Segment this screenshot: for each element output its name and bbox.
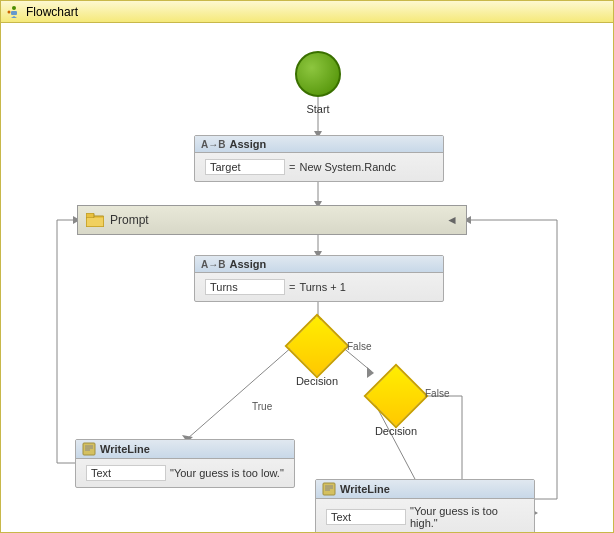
- writeline1-icon: [82, 442, 96, 456]
- assign1-target: Target: [205, 159, 285, 175]
- flow-container: Start A→B Assign Target = New System.Ran…: [17, 23, 597, 532]
- window-title: Flowchart: [26, 5, 78, 19]
- assign2-target: Turns: [205, 279, 285, 295]
- assign2-body: Turns = Turns + 1: [195, 273, 443, 301]
- flowchart-icon: [7, 5, 21, 19]
- svg-rect-1: [11, 11, 17, 15]
- canvas: Start A→B Assign Target = New System.Ran…: [1, 23, 613, 532]
- assign2-row: Turns = Turns + 1: [201, 277, 437, 297]
- assign1-row: Target = New System.Randc: [201, 157, 437, 177]
- start-node[interactable]: [295, 51, 341, 97]
- writeline2-value: "Your guess is too high.": [410, 505, 524, 529]
- assign1-eq: =: [289, 161, 295, 173]
- prompt-box[interactable]: Prompt ◄: [77, 205, 467, 235]
- assign1-body: Target = New System.Randc: [195, 153, 443, 181]
- svg-point-0: [12, 6, 16, 10]
- assign1-box[interactable]: A→B Assign Target = New System.Randc: [194, 135, 444, 182]
- writeline1-body: Text "Your guess is too low.": [76, 459, 294, 487]
- writeline2-box[interactable]: WriteLine Text "Your guess is too high.": [315, 479, 535, 532]
- prompt-icon: [86, 213, 104, 227]
- assign1-title: Assign: [229, 138, 266, 150]
- writeline2-field: Text: [326, 509, 406, 525]
- svg-rect-37: [323, 483, 335, 495]
- writeline1-row: Text "Your guess is too low.": [82, 463, 288, 483]
- assign1-icon: A→B: [201, 139, 225, 150]
- svg-rect-32: [87, 218, 103, 226]
- assign2-eq: =: [289, 281, 295, 293]
- writeline2-header: WriteLine: [316, 480, 534, 499]
- assign1-value: New System.Randc: [299, 161, 396, 173]
- writeline1-field: Text: [86, 465, 166, 481]
- writeline2-icon: [322, 482, 336, 496]
- svg-marker-2: [11, 16, 17, 18]
- decision1-diamond: [284, 313, 349, 378]
- writeline1-box[interactable]: WriteLine Text "Your guess is too low.": [75, 439, 295, 488]
- assign2-header: A→B Assign: [195, 256, 443, 273]
- writeline2-title: WriteLine: [340, 483, 390, 495]
- writeline2-row: Text "Your guess is too high.": [322, 503, 528, 531]
- writeline1-title: WriteLine: [100, 443, 150, 455]
- title-bar: Flowchart: [1, 1, 613, 23]
- assign2-icon: A→B: [201, 259, 225, 270]
- decision1-container[interactable]: Decision: [292, 321, 342, 387]
- start-label: Start: [295, 103, 341, 115]
- decision1-wrapper: [292, 321, 342, 371]
- decision2-container[interactable]: Decision: [371, 371, 421, 437]
- window: Flowchart: [0, 0, 614, 533]
- svg-rect-31: [86, 213, 94, 218]
- decision2-diamond: [363, 363, 428, 428]
- writeline2-body: Text "Your guess is too high.": [316, 499, 534, 532]
- assign2-value: Turns + 1: [299, 281, 345, 293]
- assign1-header: A→B Assign: [195, 136, 443, 153]
- true-label: True: [252, 401, 272, 412]
- false-label-2: False: [425, 388, 449, 399]
- writeline1-header: WriteLine: [76, 440, 294, 459]
- decision2-wrapper: [371, 371, 421, 421]
- svg-line-14: [187, 346, 293, 439]
- assign2-title: Assign: [229, 258, 266, 270]
- svg-point-3: [8, 10, 11, 13]
- false-label-1: False: [347, 341, 371, 352]
- prompt-back-arrow: ◄: [446, 213, 458, 227]
- svg-rect-33: [83, 443, 95, 455]
- prompt-label: Prompt: [110, 213, 149, 227]
- assign2-box[interactable]: A→B Assign Turns = Turns + 1: [194, 255, 444, 302]
- writeline1-value: "Your guess is too low.": [170, 467, 284, 479]
